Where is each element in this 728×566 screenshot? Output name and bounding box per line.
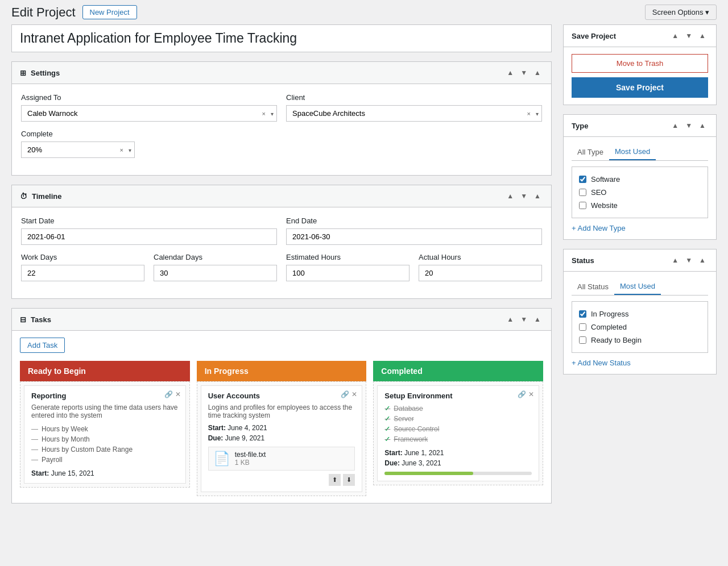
type-seo-checkbox[interactable] [579,189,586,196]
start-date-input[interactable] [21,228,277,245]
user-accounts-delete-button[interactable]: ✕ [351,390,357,398]
completed-col-body: 🔗 ✕ Setup Environment ✓ Database ✓ Serve… [373,381,543,485]
assigned-to-clear-icon[interactable]: × [262,110,266,117]
tasks-collapse-up-button[interactable]: ▲ [504,314,516,324]
save-project-button[interactable]: Save Project [572,77,708,98]
reporting-delete-button[interactable]: ✕ [175,390,181,398]
task-card-user-accounts: 🔗 ✕ User Accounts Logins and profiles fo… [201,385,363,492]
task-file-size: 1 KB [235,459,266,467]
top-bar-left: Edit Project New Project [11,5,137,20]
calendar-days-input[interactable] [154,265,277,281]
type-panel: Type ▲ ▼ ▲ All Type Most Used Software [563,114,717,240]
end-date-input[interactable] [286,228,542,245]
status-all-tab[interactable]: All Status [572,278,614,295]
type-tab-row: All Type Most Used [572,144,708,161]
type-panel-title: Type [572,122,588,130]
timeline-collapse-down-button[interactable]: ▼ [518,191,530,201]
inprogress-col-body: 🔗 ✕ User Accounts Logins and profiles fo… [197,381,367,496]
timeline-toggle-button[interactable]: ▲ [532,191,543,201]
type-most-used-tab[interactable]: Most Used [609,144,656,160]
save-panel-down-button[interactable]: ▼ [683,31,694,41]
timeline-icon: ⏱ [20,192,27,201]
reporting-card-title: Reporting [31,392,156,400]
estimated-hours-input[interactable] [286,265,410,281]
user-accounts-card-desc: Logins and profiles for employees to acc… [208,403,355,419]
status-panel-controls: ▲ ▼ ▲ [669,255,708,265]
setup-env-edit-button[interactable]: 🔗 [518,390,526,398]
list-item: ✓ Database [384,403,532,414]
save-project-panel-controls: ▲ ▼ ▲ [669,31,708,41]
complete-select[interactable]: 20% [21,142,135,158]
add-task-button[interactable]: Add Task [20,338,65,353]
complete-clear-icon[interactable]: × [120,147,123,153]
task-card-setup-env: 🔗 ✕ Setup Environment ✓ Database ✓ Serve… [377,385,539,481]
ready-col-header: Ready to Begin [20,361,190,381]
type-panel-toggle-button[interactable]: ▲ [697,120,708,131]
setup-env-start-date: Start: June 1, 2021 [384,449,532,457]
complete-group: Complete 20% × ▾ [21,130,135,158]
collapse-down-button[interactable]: ▼ [518,68,530,78]
add-new-type-link[interactable]: + Add New Type [572,224,626,232]
type-website-checkbox[interactable] [579,202,586,209]
move-to-trash-button[interactable]: Move to Trash [572,54,708,73]
type-panel-up-button[interactable]: ▲ [669,120,681,131]
status-panel-toggle-button[interactable]: ▲ [697,255,708,265]
user-accounts-edit-button[interactable]: 🔗 [341,390,349,398]
timeline-panel-body: Start Date End Date Work Days Calendar D… [12,207,551,298]
estimated-hours-group: Estimated Hours [286,253,410,281]
project-title-input[interactable] [11,24,552,52]
new-project-button[interactable]: New Project [82,5,137,19]
type-panel-down-button[interactable]: ▼ [683,120,694,131]
setup-env-delete-button[interactable]: ✕ [528,390,534,398]
status-ready-item: Ready to Begin [579,334,701,347]
reporting-edit-button[interactable]: 🔗 [164,390,173,398]
add-new-status-link[interactable]: + Add New Status [572,359,631,367]
check-icon: ✓ [384,405,390,413]
work-days-group: Work Days [21,253,144,281]
status-panel-up-button[interactable]: ▲ [669,255,681,265]
toggle-panel-button[interactable]: ▲ [532,68,543,78]
collapse-up-button[interactable]: ▲ [504,68,516,78]
screen-options-button[interactable]: Screen Options ▾ [645,5,717,20]
estimated-hours-label: Estimated Hours [286,253,410,261]
save-project-panel-header: Save Project ▲ ▼ ▲ [564,25,716,47]
type-seo-label: SEO [591,188,606,197]
tasks-panel-header: ⊟ Tasks ▲ ▼ ▲ [12,309,551,331]
status-ready-checkbox[interactable] [579,336,586,344]
work-days-input[interactable] [21,265,144,281]
status-completed-checkbox[interactable] [579,323,586,331]
settings-panel-header: ⊞ Settings ▲ ▼ ▲ [12,62,551,84]
type-software-label: Software [591,175,620,184]
setup-env-card-title: Setup Environment [384,392,509,400]
tasks-toggle-button[interactable]: ▲ [532,314,543,324]
type-software-checkbox[interactable] [579,176,586,183]
tasks-panel-body: Add Task Ready to Begin 🔗 ✕ Rep [12,331,551,503]
save-project-panel-body: Move to Trash Save Project [564,47,716,105]
reporting-card-desc: Generate reports using the time data use… [31,403,179,419]
save-panel-toggle-button[interactable]: ▲ [697,31,708,41]
check-icon: ✓ [384,425,390,433]
save-panel-up-button[interactable]: ▲ [669,31,681,41]
client-arrow-icon: ▾ [536,110,539,116]
file-icon: 📄 [213,451,230,467]
type-website-label: Website [591,201,618,210]
timeline-collapse-up-button[interactable]: ▲ [504,191,516,201]
settings-icon: ⊞ [20,69,26,77]
work-days-label: Work Days [21,253,144,261]
client-select[interactable]: SpaceCube Architects [286,105,542,122]
actual-hours-input[interactable] [419,265,542,281]
type-all-tab[interactable]: All Type [572,144,609,160]
client-clear-icon[interactable]: × [527,110,531,117]
tasks-collapse-down-button[interactable]: ▼ [518,314,530,324]
file-download-button[interactable]: ⬇ [343,474,355,486]
status-panel-down-button[interactable]: ▼ [683,255,694,265]
status-inprogress-checkbox[interactable] [579,310,586,318]
setup-env-progress-row [384,472,532,475]
file-upload-button[interactable]: ⬆ [329,474,341,486]
list-item: ✓ Server [384,414,532,424]
timeline-panel-controls: ▲ ▼ ▲ [504,191,543,201]
assigned-to-select[interactable]: Caleb Warnock [21,105,277,122]
reporting-task-list: Hours by Week Hours by Month Hours by Cu… [31,424,179,465]
status-most-used-tab[interactable]: Most Used [614,278,661,295]
main-content: ⊞ Settings ▲ ▼ ▲ Assigned To Caleb Warno… [11,24,552,513]
